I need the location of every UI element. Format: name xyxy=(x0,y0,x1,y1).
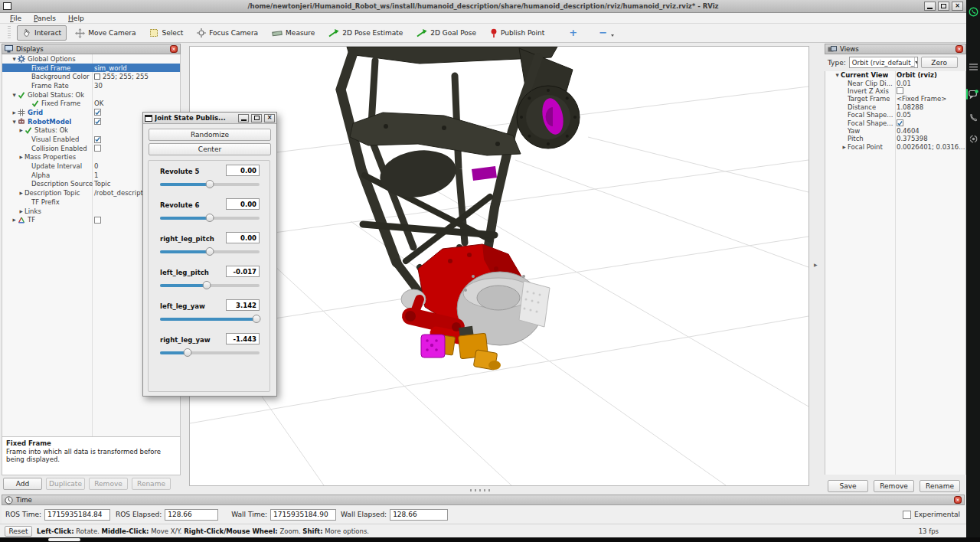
time-close-button[interactable]: × xyxy=(954,496,962,504)
jsp-maximize-button[interactable] xyxy=(251,114,262,122)
views-row-target-frame[interactable]: Target Frame<Fixed Frame> xyxy=(825,95,965,103)
displays-row-global-options[interactable]: ▼Global Options xyxy=(2,54,180,64)
tool-focus-camera[interactable]: Focus Camera xyxy=(191,25,263,41)
view-type-dropdown[interactable]: Orbit (rviz_default_ xyxy=(849,57,918,68)
remove-display-button[interactable]: Remove xyxy=(89,478,128,490)
expander-icon[interactable]: ▼ xyxy=(834,73,841,77)
save-view-button[interactable]: Save xyxy=(828,480,868,492)
views-row-near-clip-di-[interactable]: Near Clip Di...0.01 xyxy=(825,79,965,87)
views-row-yaw[interactable]: Yaw0.4604 xyxy=(825,127,965,135)
property-value[interactable] xyxy=(94,118,101,125)
menu-item-panels[interactable]: Panels xyxy=(28,15,61,22)
property-value[interactable]: 255; 255; 255 xyxy=(94,73,149,80)
views-row-pitch[interactable]: Pitch0.375398 xyxy=(825,135,965,142)
toolbar-grip[interactable] xyxy=(8,26,11,40)
randomize-button[interactable]: Randomize xyxy=(149,129,271,141)
ros-time-input[interactable] xyxy=(44,509,110,521)
whatsapp-icon[interactable] xyxy=(968,6,978,17)
expander-icon[interactable]: ▶ xyxy=(18,191,24,195)
remove-tool-button[interactable]: − xyxy=(593,26,619,40)
property-value[interactable]: /robot_descriptio xyxy=(94,189,149,197)
property-value[interactable] xyxy=(897,87,903,94)
joint-value-input[interactable] xyxy=(226,198,260,210)
property-value[interactable]: OK xyxy=(94,100,103,107)
expander-icon[interactable]: ▶ xyxy=(841,145,848,149)
render-viewport[interactable] xyxy=(189,46,809,486)
displays-row-global-status-ok[interactable]: ▼Global Status: Ok xyxy=(2,90,180,100)
joint-value-input[interactable] xyxy=(226,333,260,344)
maximize-button[interactable] xyxy=(938,2,949,11)
duplicate-display-button[interactable]: Duplicate xyxy=(46,478,85,490)
slider-handle[interactable] xyxy=(253,315,261,323)
property-value[interactable] xyxy=(94,217,101,224)
tool-move-camera[interactable]: Move Camera xyxy=(70,25,141,41)
checkbox-checked[interactable] xyxy=(94,118,101,125)
displays-row-frame-rate[interactable]: Frame Rate30 xyxy=(2,81,180,90)
property-value[interactable]: 0 xyxy=(94,162,98,170)
tool-interact[interactable]: Interact xyxy=(17,25,67,41)
reset-button[interactable]: Reset xyxy=(5,526,32,537)
tool-2d-pose-estimate[interactable]: 2D Pose Estimate xyxy=(323,25,408,41)
displays-panel-header[interactable]: Displays × xyxy=(2,44,181,54)
menu-item-file[interactable]: File xyxy=(5,15,27,22)
add-tool-button[interactable]: + xyxy=(564,26,583,40)
rename-display-button[interactable]: Rename xyxy=(132,478,171,490)
displays-row-background-color[interactable]: Background Color255; 255; 255 xyxy=(2,72,180,81)
displays-row-fixed-frame[interactable]: Fixed Framesim_world xyxy=(2,64,180,73)
experimental-checkbox[interactable] xyxy=(903,511,911,519)
slider-handle[interactable] xyxy=(203,281,211,289)
center-button[interactable]: Center xyxy=(149,143,271,155)
displays-row-fixed-frame[interactable]: Fixed FrameOK xyxy=(2,99,180,108)
panel-collapse-arrow[interactable]: ▶ xyxy=(814,262,818,267)
menu-item-help[interactable]: Help xyxy=(63,15,90,22)
expander-icon[interactable]: ▶ xyxy=(11,110,18,115)
views-panel-header[interactable]: Views × xyxy=(825,44,966,54)
views-close-button[interactable]: × xyxy=(956,45,963,53)
views-row-current-view[interactable]: ▼Current ViewOrbit (rviz) xyxy=(825,71,965,79)
tool-select[interactable]: Select xyxy=(144,25,188,41)
property-value[interactable]: <Fixed Frame> xyxy=(897,95,946,103)
displays-close-button[interactable]: × xyxy=(170,45,178,53)
views-row-focal-point[interactable]: ▶Focal Point0.0026401; 0.0316... xyxy=(825,143,965,151)
expander-icon[interactable]: ▶ xyxy=(18,128,24,132)
property-value[interactable]: Orbit (rviz) xyxy=(897,71,937,79)
property-value[interactable]: 0.0026401; 0.0316... xyxy=(897,143,965,151)
chats-icon[interactable] xyxy=(968,89,978,100)
slider-handle[interactable] xyxy=(206,214,214,222)
expander-icon[interactable]: ▶ xyxy=(18,155,24,159)
property-value[interactable]: 0.05 xyxy=(897,111,911,119)
joint-value-input[interactable] xyxy=(226,266,260,277)
checkbox-checked[interactable] xyxy=(897,119,903,126)
checkbox-unchecked[interactable] xyxy=(94,217,101,224)
tool-publish-point[interactable]: Publish Point xyxy=(485,25,550,41)
splitter-handle[interactable] xyxy=(470,489,493,491)
slider-track[interactable] xyxy=(160,318,260,321)
property-value[interactable]: 0.4604 xyxy=(897,127,920,135)
views-row-focal-shape-[interactable]: Focal Shape...0.05 xyxy=(825,111,965,119)
slider-track[interactable] xyxy=(160,183,260,186)
property-value[interactable]: 1 xyxy=(94,171,98,179)
remove-view-button[interactable]: Remove xyxy=(874,480,914,492)
calls-icon[interactable] xyxy=(968,112,978,122)
wall-elapsed-input[interactable] xyxy=(390,509,448,521)
expander-icon[interactable]: ▼ xyxy=(11,57,18,61)
expander-icon[interactable]: ▼ xyxy=(11,119,18,124)
expander-icon[interactable]: ▼ xyxy=(11,93,18,97)
add-display-button[interactable]: Add xyxy=(3,478,42,490)
zero-button[interactable]: Zero xyxy=(921,57,958,68)
checkbox-unchecked[interactable] xyxy=(94,145,101,152)
close-button[interactable]: × xyxy=(952,2,963,11)
status-icon[interactable] xyxy=(968,133,978,144)
property-value[interactable] xyxy=(94,109,101,116)
slider-handle[interactable] xyxy=(206,247,214,256)
property-value[interactable] xyxy=(94,136,101,143)
joint-value-input[interactable] xyxy=(226,299,260,311)
views-row-distance[interactable]: Distance1.08288 xyxy=(825,103,965,111)
wall-time-input[interactable] xyxy=(270,509,336,521)
jsp-close-button[interactable]: × xyxy=(264,114,275,122)
joint-value-input[interactable] xyxy=(226,232,260,243)
checkbox-unchecked[interactable] xyxy=(897,87,903,94)
property-value[interactable]: 30 xyxy=(94,82,103,90)
tool-2d-goal-pose[interactable]: 2D Goal Pose xyxy=(411,25,482,41)
jsp-titlebar[interactable]: Joint State Publis... × xyxy=(143,113,276,124)
